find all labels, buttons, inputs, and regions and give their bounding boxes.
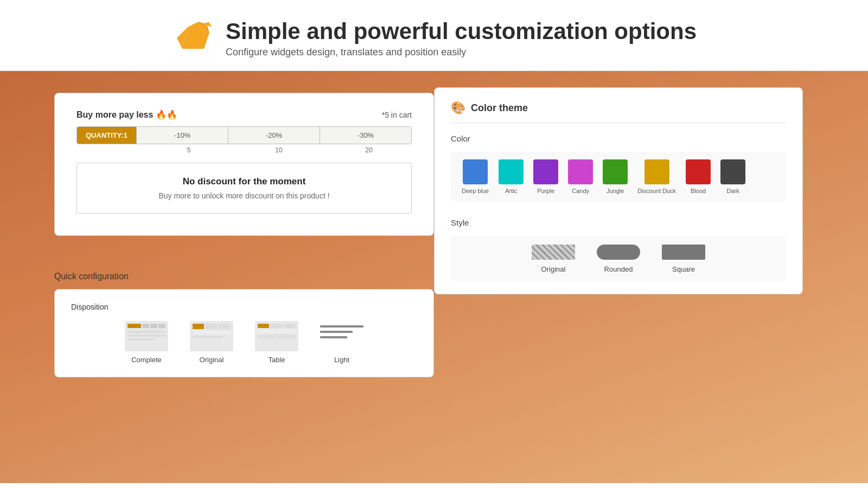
disposition-options: Complete [71,321,417,364]
page-title: Simple and powerful customization option… [226,18,697,44]
color-swatch-item[interactable]: Dark [720,159,745,194]
color-section-label: Color [451,134,786,143]
color-swatch-label: Deep blue [462,188,489,194]
page-subtitle: Configure widgets design, translates and… [226,47,697,58]
light-preview [320,321,363,351]
disposition-original[interactable]: Original [190,321,233,364]
color-swatch-item[interactable]: Discount Duck [637,159,676,194]
color-swatch-box [533,159,558,184]
style-square-preview [662,243,705,261]
disposition-card: Disposition [54,289,434,377]
threshold-2: 10 [232,146,322,154]
disposition-complete-label: Complete [131,356,162,364]
color-swatch-box [463,159,488,184]
color-theme-title: Color theme [471,102,528,114]
discount-box: No discount for the moment Buy more to u… [76,163,412,214]
color-swatch-label: Blood [691,188,706,194]
app-logo [171,16,215,60]
color-theme-header: 🎨 Color theme [451,101,786,123]
style-square-label: Square [672,265,695,273]
segment-3: -30% [320,127,411,144]
style-rounded[interactable]: Rounded [597,243,640,273]
widget-top-row: Buy more pay less 🔥🔥 *5 in cart [76,110,412,120]
color-swatch-box [568,159,593,184]
discount-title: No discount for the moment [88,176,400,187]
color-swatch-label: Artic [505,188,517,194]
color-swatches: Deep blueArticPurpleCandyJungleDiscount … [451,152,786,202]
style-square[interactable]: Square [662,243,705,273]
color-swatch-label: Candy [572,188,589,194]
style-rounded-preview [597,243,640,261]
color-swatch-box [686,159,711,184]
color-swatch-item[interactable]: Candy [568,159,593,194]
color-swatch-item[interactable]: Jungle [603,159,628,194]
color-theme-card: 🎨 Color theme Color Deep blueArticPurple… [434,87,803,294]
disposition-table-label: Table [268,356,285,364]
threshold-3: 20 [322,146,412,154]
buy-more-label: Buy more pay less 🔥🔥 [76,110,177,120]
style-options: Original Rounded Square [451,236,786,281]
quick-config-section: Quick configuration Disposition [54,272,434,377]
threshold-1: 5 [142,146,232,154]
disposition-complete[interactable]: Complete [125,321,168,364]
color-swatch-label: Dark [726,188,739,194]
widget-preview-card: Buy more pay less 🔥🔥 *5 in cart QUANTITY… [54,93,434,236]
color-swatch-box [644,159,669,184]
color-swatch-item[interactable]: Artic [499,159,524,194]
page-header: Simple and powerful customization option… [0,0,868,71]
disposition-label: Disposition [71,303,417,311]
style-rounded-label: Rounded [604,265,633,273]
style-original-label: Original [541,265,566,273]
style-original[interactable]: Original [532,243,575,273]
cart-info: *5 in cart [382,111,412,119]
table-preview [255,321,298,351]
progress-labels: 5 10 20 [76,146,412,154]
color-swatch-box [499,159,524,184]
palette-icon: 🎨 [451,101,465,115]
color-swatch-item[interactable]: Purple [533,159,558,194]
progress-bar: QUANTITY:1 -10% -20% -30% [76,126,412,144]
discount-subtitle: Buy more to unlock more discount on this… [88,191,400,200]
color-swatch-label: Jungle [607,188,624,194]
quantity-segment: QUANTITY:1 [77,127,136,144]
disposition-table[interactable]: Table [255,321,298,364]
disposition-light-label: Light [334,356,349,364]
segment-2: -20% [228,127,320,144]
color-swatch-item[interactable]: Blood [686,159,711,194]
disposition-light[interactable]: Light [320,321,363,364]
segment-1: -10% [136,127,228,144]
style-section-label: Style [451,218,786,227]
disposition-original-label: Original [200,356,224,364]
color-swatch-box [603,159,628,184]
color-swatch-label: Purple [537,188,554,194]
color-swatch-box [720,159,745,184]
header-text: Simple and powerful customization option… [226,18,697,58]
original-preview [190,321,233,351]
color-swatch-label: Discount Duck [637,188,676,194]
style-original-preview [532,243,575,261]
background-section: Buy more pay less 🔥🔥 *5 in cart QUANTITY… [0,71,868,483]
color-swatch-item[interactable]: Deep blue [462,159,489,194]
quick-config-title: Quick configuration [54,272,434,281]
complete-preview [125,321,168,351]
